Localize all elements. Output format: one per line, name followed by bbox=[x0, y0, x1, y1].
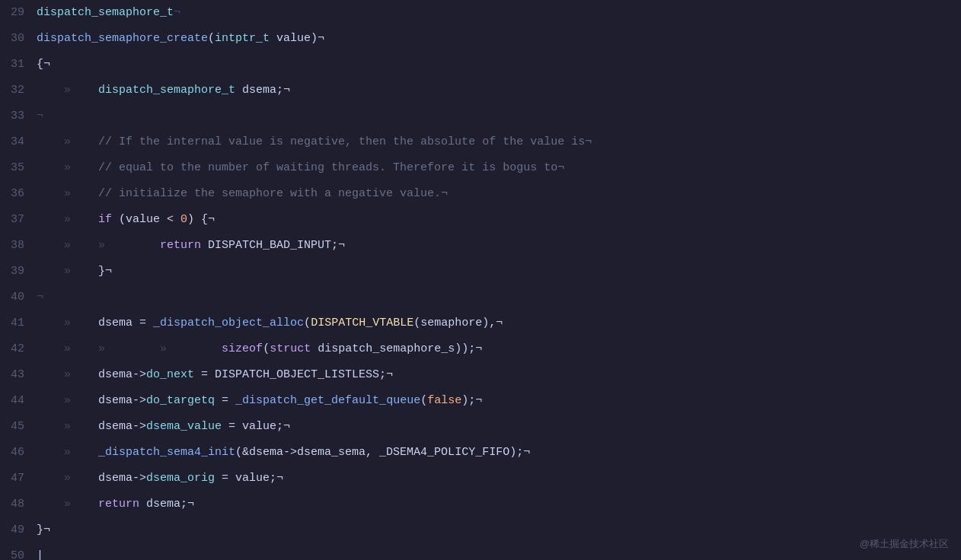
token: = value;¬ bbox=[222, 414, 290, 440]
token: » bbox=[98, 336, 105, 362]
token: struct bbox=[270, 336, 311, 362]
token: dispatch_semaphore_s));¬ bbox=[311, 336, 482, 362]
line-content: » dsema->dsema_orig = value;¬ bbox=[37, 466, 955, 492]
token bbox=[71, 440, 98, 466]
token bbox=[71, 259, 98, 285]
code-line: 49}¬ bbox=[0, 517, 961, 543]
code-editor: 29dispatch_semaphore_t¬30dispatch_semaph… bbox=[0, 0, 961, 560]
code-line: 50| bbox=[0, 543, 961, 560]
line-content: » // equal to the number of waiting thre… bbox=[37, 155, 955, 181]
code-line: 34 » // If the internal value is negativ… bbox=[0, 129, 961, 155]
line-content: » // If the internal value is negative, … bbox=[37, 129, 955, 155]
token: » bbox=[64, 129, 71, 155]
line-number: 43 bbox=[6, 362, 37, 388]
watermark-text: @稀土掘金技术社区 bbox=[860, 537, 949, 551]
token: dsema-> bbox=[98, 414, 146, 440]
line-content: » dsema->do_next = DISPATCH_OBJECT_LISTL… bbox=[37, 362, 955, 388]
code-line: 39 » }¬ bbox=[0, 259, 961, 285]
token: dsema = bbox=[98, 310, 153, 336]
line-number: 34 bbox=[6, 129, 37, 155]
token: » bbox=[64, 310, 71, 336]
line-content: » }¬ bbox=[37, 259, 955, 285]
token: dsema_value bbox=[146, 414, 222, 440]
code-line: 47 » dsema->dsema_orig = value;¬ bbox=[0, 466, 961, 492]
code-line: 32 » dispatch_semaphore_t dsema;¬ bbox=[0, 78, 961, 103]
code-line: 37 » if (value < 0) {¬ bbox=[0, 207, 961, 233]
token: » bbox=[64, 207, 71, 233]
token: );¬ bbox=[461, 388, 482, 414]
token: ¬ bbox=[37, 285, 43, 310]
line-content: » dsema->dsema_value = value;¬ bbox=[37, 414, 955, 440]
line-number: 29 bbox=[6, 0, 37, 26]
token: intptr_t bbox=[215, 26, 270, 52]
token: value)¬ bbox=[270, 26, 324, 52]
line-number: 45 bbox=[6, 414, 37, 440]
token: _dispatch_object_alloc bbox=[153, 310, 304, 336]
token bbox=[37, 129, 64, 155]
line-number: 41 bbox=[6, 310, 37, 336]
token bbox=[167, 336, 222, 362]
code-line: 33¬ bbox=[0, 103, 961, 129]
token bbox=[71, 388, 98, 414]
token: ( bbox=[263, 336, 270, 362]
token bbox=[105, 233, 160, 259]
line-content: » if (value < 0) {¬ bbox=[37, 207, 955, 233]
token: dsema_orig bbox=[146, 466, 215, 492]
code-line: 41 » dsema = _dispatch_object_alloc(DISP… bbox=[0, 310, 961, 336]
code-line: 30dispatch_semaphore_create(intptr_t val… bbox=[0, 26, 961, 52]
token: » bbox=[64, 155, 71, 181]
token bbox=[71, 129, 98, 155]
token bbox=[71, 414, 98, 440]
token: ( bbox=[304, 310, 311, 336]
token: }¬ bbox=[37, 517, 50, 543]
token: dsema;¬ bbox=[235, 78, 290, 103]
token: 0 bbox=[180, 207, 187, 233]
token: dsema;¬ bbox=[139, 492, 194, 517]
token bbox=[37, 78, 64, 103]
line-content: }¬ bbox=[37, 517, 955, 543]
line-content: dispatch_semaphore_t¬ bbox=[37, 0, 955, 26]
token: » bbox=[64, 181, 71, 207]
token bbox=[71, 78, 98, 103]
token: }¬ bbox=[98, 259, 112, 285]
line-content: » » return DISPATCH_BAD_INPUT;¬ bbox=[37, 233, 955, 259]
line-content: {¬ bbox=[37, 52, 955, 78]
token: DISPATCH_VTABLE bbox=[311, 310, 413, 336]
token: dispatch_semaphore_create bbox=[37, 26, 208, 52]
line-number: 48 bbox=[6, 492, 37, 517]
line-number: 47 bbox=[6, 466, 37, 492]
token: (value < bbox=[112, 207, 180, 233]
token: » bbox=[64, 440, 71, 466]
token bbox=[37, 492, 64, 517]
token: dispatch_semaphore_t bbox=[37, 0, 174, 26]
token: » bbox=[98, 233, 105, 259]
token: _dispatch_get_default_queue bbox=[235, 388, 420, 414]
line-number: 44 bbox=[6, 388, 37, 414]
line-number: 37 bbox=[6, 207, 37, 233]
token: // If the internal value is negative, th… bbox=[98, 129, 592, 155]
token bbox=[37, 362, 64, 388]
line-content: » return dsema;¬ bbox=[37, 492, 955, 517]
token bbox=[37, 155, 64, 181]
line-content: » dsema->do_targetq = _dispatch_get_defa… bbox=[37, 388, 955, 414]
token: ¬ bbox=[37, 103, 43, 129]
token bbox=[71, 492, 98, 517]
code-line: 29dispatch_semaphore_t¬ bbox=[0, 0, 961, 26]
token bbox=[71, 310, 98, 336]
token: false bbox=[427, 388, 461, 414]
token bbox=[37, 233, 64, 259]
code-line: 43 » dsema->do_next = DISPATCH_OBJECT_LI… bbox=[0, 362, 961, 388]
line-number: 42 bbox=[6, 336, 37, 362]
line-number: 36 bbox=[6, 181, 37, 207]
token: » bbox=[64, 388, 71, 414]
line-content: ¬ bbox=[37, 285, 955, 310]
token: » bbox=[64, 78, 71, 103]
line-content: » » » sizeof(struct dispatch_semaphore_s… bbox=[37, 336, 955, 362]
line-content: » dsema = _dispatch_object_alloc(DISPATC… bbox=[37, 310, 955, 336]
token bbox=[105, 336, 160, 362]
code-line: 31{¬ bbox=[0, 52, 961, 78]
token: » bbox=[64, 336, 71, 362]
token: {¬ bbox=[37, 52, 50, 78]
token: » bbox=[64, 362, 71, 388]
token bbox=[37, 207, 64, 233]
